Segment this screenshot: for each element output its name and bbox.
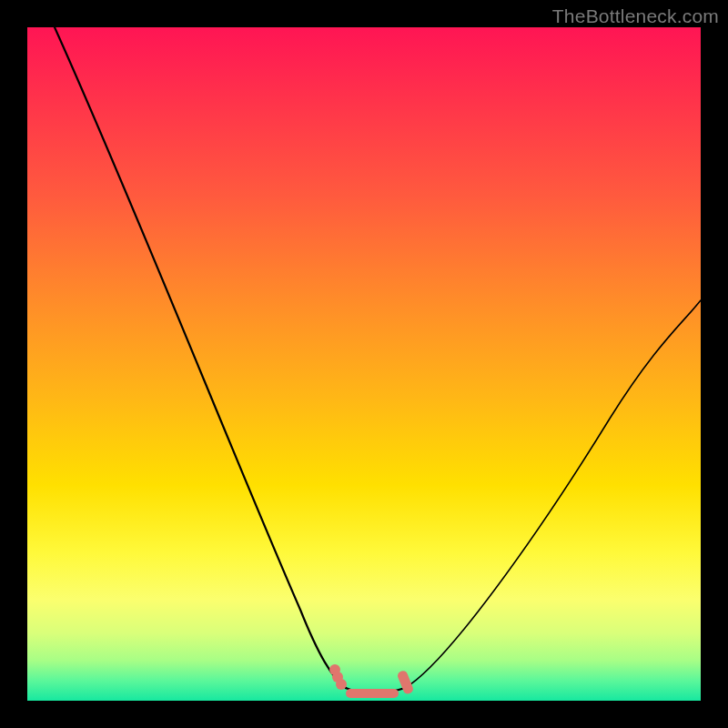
curve-right-branch bbox=[405, 300, 701, 688]
outer-frame: TheBottleneck.com bbox=[0, 0, 728, 728]
plot-area bbox=[27, 27, 701, 701]
trough-marker bbox=[396, 670, 414, 695]
watermark-text: TheBottleneck.com bbox=[552, 5, 719, 27]
trough-marker-bar bbox=[346, 689, 399, 698]
curve-left-branch bbox=[55, 27, 346, 688]
curve-layer bbox=[27, 27, 701, 701]
trough-marker bbox=[336, 679, 347, 690]
